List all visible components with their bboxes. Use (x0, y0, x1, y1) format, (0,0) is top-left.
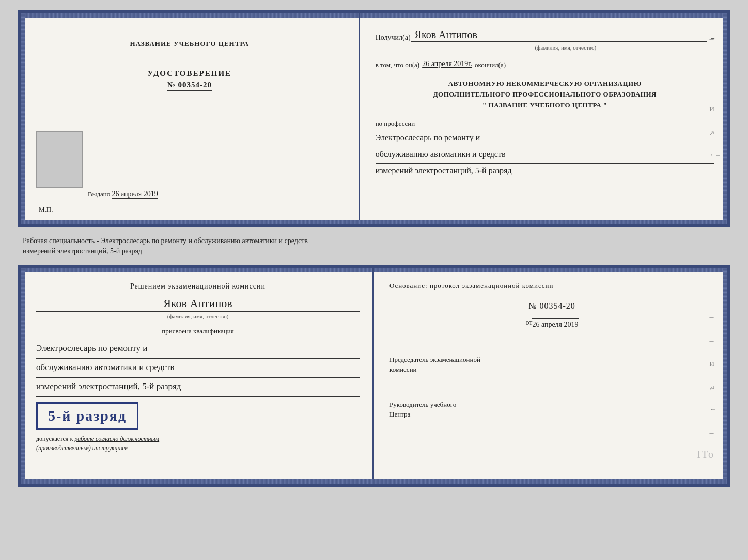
mp-label: М.П. (39, 205, 53, 214)
org-line1: АВТОНОМНУЮ НЕКОММЕРЧЕСКУЮ ОРГАНИЗАЦИЮ (376, 78, 714, 89)
recipient-sub-label: (фамилия, имя, отчество) (417, 44, 714, 51)
protocol-date-prefix: от (525, 318, 532, 342)
photo-placeholder (36, 131, 83, 188)
specialty-note: Рабочая специальность - Электрослесарь п… (18, 233, 730, 259)
ito-watermark: ITo (697, 449, 714, 460)
protocol-date: 26 апреля 2019 (532, 318, 578, 329)
profession-line1: Электрослесарь по ремонту и (376, 131, 714, 147)
director-signature-line (389, 424, 493, 434)
recipient-name: Яков Антипов (411, 29, 707, 42)
profession-text: Электрослесарь по ремонту и обслуживанию… (376, 131, 714, 180)
допускается-line: допускается к работе согласно должностны… (36, 434, 360, 453)
issued-line: Выдано 26 апреля 2019 (88, 190, 158, 198)
top-left-center-title: НАЗВАНИЕ УЧЕБНОГО ЦЕНТРА (130, 39, 250, 49)
protocol-number: № 00354-20 (389, 301, 714, 311)
basis-title: Основание: протокол экзаменационной коми… (389, 281, 714, 291)
statement-line: в том, что он(а) 26 апреля 2019г. окончи… (376, 60, 714, 69)
recipient-prefix: Получил(а) (376, 34, 411, 42)
right-side-marks-top: – – – И ,а ←– – (709, 34, 720, 183)
specialty-line1: Рабочая специальность - Электрослесарь п… (23, 237, 308, 245)
org-line3: " НАЗВАНИЕ УЧЕБНОГО ЦЕНТРА " (376, 100, 714, 111)
qual-line1: Электрослесарь по ремонту и (36, 340, 360, 359)
top-left-page: НАЗВАНИЕ УЧЕБНОГО ЦЕНТРА УДОСТОВЕРЕНИЕ №… (21, 13, 360, 224)
statement-prefix: в том, что он(а) (376, 61, 420, 69)
допускается-prefix: допускается к (36, 435, 73, 442)
profession-line3: измерений электростанций, 5-й разряд (376, 164, 714, 180)
qualification-label: присвоена квалификация (36, 327, 360, 335)
issued-prefix: Выдано (88, 190, 110, 198)
top-right-page: Получил(а) Яков Антипов – (фамилия, имя,… (360, 13, 727, 224)
допускается-italic: работе согласно должностным (74, 435, 159, 442)
bottom-book: Решением экзаменационной комиссии Яков А… (18, 265, 730, 487)
specialty-line2: измерений электростанций, 5-й разряд (23, 247, 142, 255)
qualification-text: Электрослесарь по ремонту и обслуживанию… (36, 340, 360, 397)
chairman-label: Председатель экзаменационной комиссии (389, 355, 714, 375)
инструкции-italic: (производственным) инструкциям (36, 444, 128, 452)
cert-label: УДОСТОВЕРЕНИЕ (148, 69, 232, 78)
org-block: АВТОНОМНУЮ НЕКОММЕРЧЕСКУЮ ОРГАНИЗАЦИЮ ДО… (376, 78, 714, 110)
bottom-right-page: Основание: протокол экзаменационной коми… (374, 268, 727, 484)
profession-label: по профессии (376, 120, 714, 128)
statement-suffix: окончил(а) (475, 61, 506, 69)
commission-sub-label: (фамилия, имя, отчество) (36, 313, 360, 319)
protocol-date-line: от 26 апреля 2019 (389, 318, 714, 342)
director-label2: Центра (389, 410, 410, 418)
chairman-label2: комиссии (389, 365, 417, 373)
qual-line2: обслуживанию автоматики и средств (36, 359, 360, 378)
top-book: НАЗВАНИЕ УЧЕБНОГО ЦЕНТРА УДОСТОВЕРЕНИЕ №… (18, 10, 730, 227)
bottom-left-page: Решением экзаменационной комиссии Яков А… (21, 268, 374, 484)
director-label: Руководитель учебного Центра (389, 399, 714, 420)
commission-title: Решением экзаменационной комиссии (36, 281, 360, 292)
org-line2: ДОПОЛНИТЕЛЬНОГО ПРОФЕССИОНАЛЬНОГО ОБРАЗО… (376, 89, 714, 100)
issued-date: 26 апреля 2019 (112, 190, 158, 199)
document-wrapper: НАЗВАНИЕ УЧЕБНОГО ЦЕНТРА УДОСТОВЕРЕНИЕ №… (18, 10, 730, 487)
commission-name: Яков Антипов (36, 297, 360, 312)
profession-line2: обслуживанию автоматики и средств (376, 147, 714, 164)
chairman-signature-line (389, 379, 493, 389)
recipient-line: Получил(а) Яков Антипов – (376, 29, 714, 42)
cert-number: № 00354-20 (167, 81, 212, 91)
statement-date: 26 апреля 2019г. (422, 60, 472, 69)
director-label1: Руководитель учебного (389, 401, 456, 408)
chairman-label1: Председатель экзаменационной (389, 356, 480, 363)
rank-badge: 5-й разряд (36, 402, 138, 430)
qual-line3: измерений электростанций, 5-й разряд (36, 378, 360, 397)
